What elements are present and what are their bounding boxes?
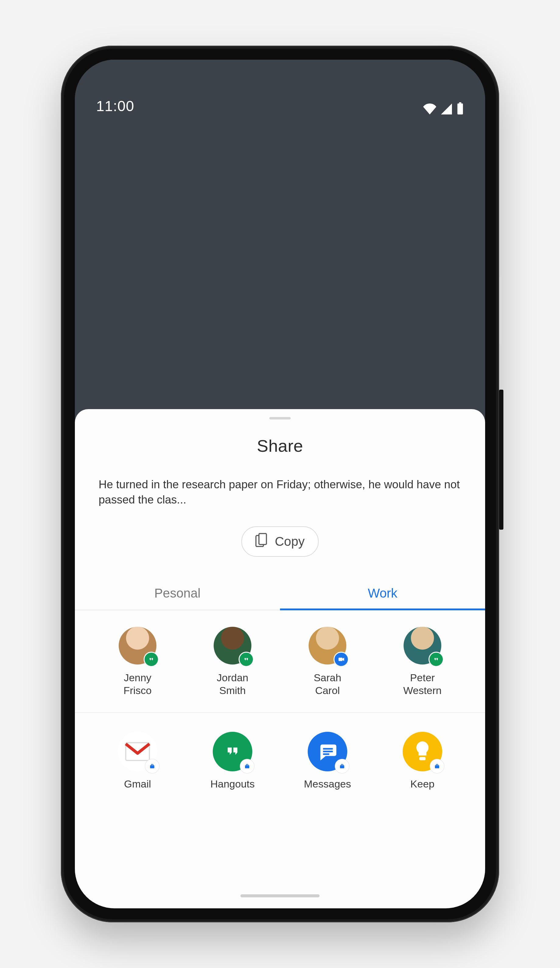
tab-label: Pesonal bbox=[154, 586, 200, 600]
share-target-jenny-frisco[interactable]: Jenny Frisco bbox=[104, 627, 171, 697]
status-icons bbox=[423, 102, 464, 114]
share-target-peter-western[interactable]: Peter Western bbox=[389, 627, 456, 697]
volume-rocker[interactable] bbox=[499, 390, 504, 530]
svg-rect-0 bbox=[459, 102, 461, 103]
gesture-nav-handle[interactable] bbox=[240, 894, 320, 897]
app-target-hangouts[interactable]: Hangouts bbox=[199, 732, 266, 790]
svg-rect-15 bbox=[419, 757, 426, 760]
power-button[interactable] bbox=[499, 277, 504, 344]
svg-rect-7 bbox=[151, 764, 153, 766]
phone-frame: 11:00 Share He turned in the r bbox=[61, 46, 499, 922]
svg-rect-12 bbox=[323, 753, 329, 755]
battery-icon bbox=[457, 102, 464, 114]
svg-rect-11 bbox=[323, 751, 333, 752]
app-target-keep[interactable]: Keep bbox=[389, 732, 456, 790]
app-target-messages[interactable]: Messages bbox=[294, 732, 361, 790]
copy-icon bbox=[255, 533, 268, 550]
tab-personal[interactable]: Pesonal bbox=[75, 586, 280, 610]
sheet-drag-handle[interactable] bbox=[269, 417, 291, 419]
svg-rect-14 bbox=[341, 764, 343, 766]
svg-rect-10 bbox=[323, 748, 333, 749]
app-label: Keep bbox=[389, 778, 456, 790]
contact-first-name: Jordan bbox=[199, 671, 266, 684]
work-profile-badge-icon bbox=[335, 759, 349, 773]
profile-tabs: Pesonal Work bbox=[75, 586, 485, 610]
work-profile-badge-icon bbox=[240, 759, 254, 773]
copy-button-label: Copy bbox=[275, 534, 305, 549]
cellular-icon bbox=[441, 103, 452, 114]
contact-first-name: Jenny bbox=[104, 671, 171, 684]
app-label: Messages bbox=[294, 778, 361, 790]
share-sheet: Share He turned in the research paper on… bbox=[75, 409, 485, 908]
status-time: 11:00 bbox=[96, 98, 134, 114]
svg-rect-9 bbox=[246, 764, 248, 766]
svg-rect-17 bbox=[436, 764, 438, 766]
contact-first-name: Sarah bbox=[294, 671, 361, 684]
contact-last-name: Frisco bbox=[104, 684, 171, 697]
sheet-title: Share bbox=[75, 436, 485, 456]
hangouts-badge-icon bbox=[239, 652, 254, 667]
contact-first-name: Peter bbox=[389, 671, 456, 684]
wifi-icon bbox=[423, 103, 436, 114]
tab-work[interactable]: Work bbox=[280, 586, 485, 610]
app-share-row: Gmail Hangouts bbox=[75, 713, 485, 790]
share-target-jordan-smith[interactable]: Jordan Smith bbox=[199, 627, 266, 697]
meet-badge-icon bbox=[333, 652, 349, 667]
hangouts-badge-icon bbox=[144, 652, 159, 667]
share-target-sarah-carol[interactable]: Sarah Carol bbox=[294, 627, 361, 697]
hangouts-badge-icon bbox=[429, 652, 444, 667]
work-profile-badge-icon bbox=[430, 759, 444, 773]
svg-rect-4 bbox=[338, 658, 342, 661]
contact-last-name: Smith bbox=[199, 684, 266, 697]
app-target-gmail[interactable]: Gmail bbox=[104, 732, 171, 790]
app-label: Gmail bbox=[104, 778, 171, 790]
direct-share-row: Jenny Frisco Jordan S bbox=[75, 610, 485, 713]
work-profile-badge-icon bbox=[145, 759, 159, 773]
app-label: Hangouts bbox=[199, 778, 266, 790]
svg-rect-3 bbox=[259, 534, 267, 545]
svg-rect-1 bbox=[457, 103, 463, 114]
screen: 11:00 Share He turned in the r bbox=[75, 60, 485, 908]
copy-button[interactable]: Copy bbox=[241, 526, 319, 557]
status-bar: 11:00 bbox=[75, 60, 485, 121]
contact-last-name: Carol bbox=[294, 684, 361, 697]
share-preview-text: He turned in the research paper on Frida… bbox=[99, 477, 461, 507]
contact-last-name: Western bbox=[389, 684, 456, 697]
tab-label: Work bbox=[368, 586, 397, 600]
